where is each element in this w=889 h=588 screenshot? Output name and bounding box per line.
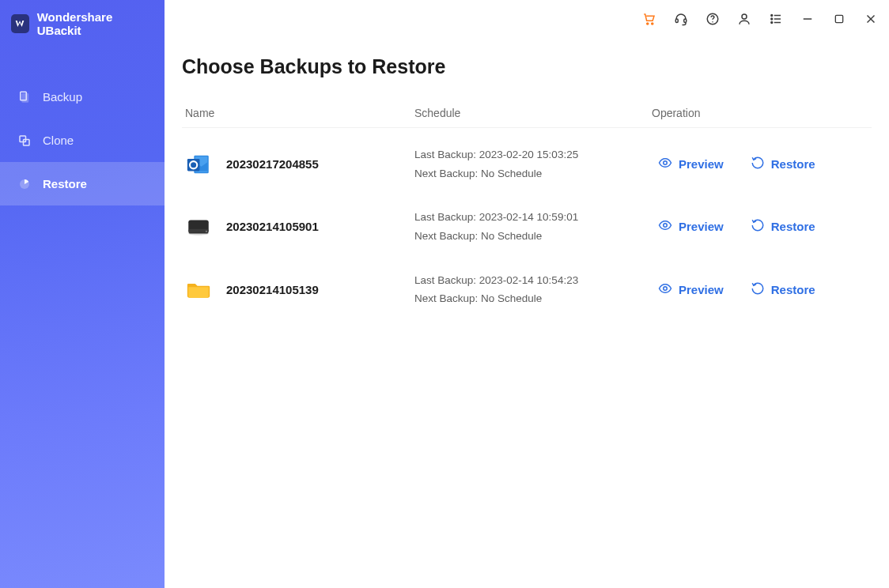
restore-icon [17, 177, 32, 191]
backup-name: 20230214105901 [226, 220, 319, 233]
name-cell: 20230214105139 [185, 276, 414, 303]
backup-name: 20230214105139 [226, 283, 319, 296]
schedule-cell: Last Backup: 2023-02-20 15:03:25Next Bac… [414, 145, 652, 183]
history-icon [751, 218, 765, 235]
operation-cell: Preview Restore [652, 281, 868, 298]
next-backup: Next Backup: No Schedule [414, 164, 652, 183]
disk-icon [185, 213, 212, 240]
maximize-icon[interactable] [832, 12, 846, 26]
schedule-cell: Last Backup: 2023-02-14 10:54:23Next Bac… [414, 271, 652, 308]
content: Choose Backups to Restore Name Schedule … [165, 32, 889, 321]
sidebar-item-clone[interactable]: Clone [0, 119, 165, 162]
history-icon [751, 281, 765, 298]
backup-list: 20230217204855Last Backup: 2023-02-20 15… [182, 133, 872, 321]
table-row: 20230214105901Last Backup: 2023-02-14 10… [182, 195, 872, 258]
sidebar-item-backup[interactable]: Backup [0, 75, 165, 119]
eye-icon [658, 218, 672, 235]
svg-point-6 [652, 23, 653, 24]
backup-name: 20230217204855 [226, 157, 319, 171]
col-name: Name [185, 107, 414, 119]
next-backup: Next Backup: No Schedule [414, 227, 652, 246]
restore-button[interactable]: Restore [751, 156, 815, 172]
last-backup: Last Backup: 2023-02-14 10:54:23 [414, 271, 652, 290]
preview-button[interactable]: Preview [658, 218, 724, 235]
page-title: Choose Backups to Restore [182, 55, 872, 78]
preview-button[interactable]: Preview [658, 281, 724, 298]
restore-label: Restore [771, 157, 815, 171]
svg-point-32 [664, 286, 668, 290]
close-icon[interactable] [864, 12, 878, 26]
restore-label: Restore [771, 220, 815, 233]
next-backup: Next Backup: No Schedule [414, 289, 652, 308]
svg-point-30 [206, 231, 207, 232]
list-header: Name Schedule Operation [182, 102, 872, 128]
restore-button[interactable]: Restore [751, 281, 815, 298]
table-row: 20230217204855Last Backup: 2023-02-20 15… [182, 133, 872, 195]
account-icon[interactable] [737, 12, 751, 26]
brand: Wondershare UBackit [0, 0, 165, 47]
operation-cell: Preview Restore [652, 218, 868, 235]
sidebar-item-label: Clone [43, 134, 74, 147]
operation-cell: Preview Restore [652, 156, 868, 172]
restore-label: Restore [771, 283, 815, 296]
svg-rect-1 [22, 93, 28, 102]
table-row: 20230214105139Last Backup: 2023-02-14 10… [182, 258, 872, 321]
app-logo-icon [11, 14, 29, 33]
schedule-cell: Last Backup: 2023-02-14 10:59:01Next Bac… [414, 208, 652, 245]
preview-label: Preview [679, 283, 724, 296]
main: Choose Backups to Restore Name Schedule … [165, 0, 889, 588]
svg-point-14 [771, 18, 773, 20]
svg-point-10 [712, 21, 713, 23]
name-cell: 20230217204855 [185, 151, 414, 178]
app-title: Wondershare UBackit [37, 10, 153, 37]
outlook-icon [185, 151, 212, 178]
svg-point-26 [664, 161, 668, 165]
support-icon[interactable] [674, 12, 688, 26]
col-operation: Operation [652, 107, 868, 119]
eye-icon [658, 281, 672, 298]
last-backup: Last Backup: 2023-02-14 10:59:01 [414, 208, 652, 227]
last-backup: Last Backup: 2023-02-20 15:03:25 [414, 145, 652, 164]
svg-rect-19 [835, 15, 842, 22]
sidebar-nav: Backup Clone Restore [0, 75, 165, 205]
col-schedule: Schedule [414, 107, 652, 119]
svg-point-11 [742, 14, 747, 19]
svg-rect-7 [675, 19, 678, 23]
backup-icon [17, 90, 32, 104]
svg-point-12 [771, 15, 773, 17]
svg-point-16 [771, 22, 773, 24]
svg-point-5 [647, 23, 649, 24]
help-icon[interactable] [706, 12, 720, 26]
history-icon [751, 156, 765, 172]
menu-icon[interactable] [769, 12, 783, 26]
cart-icon[interactable] [642, 12, 656, 26]
titlebar [165, 0, 889, 32]
minimize-icon[interactable] [800, 12, 815, 26]
sidebar: Wondershare UBackit Backup Clone Restore [0, 0, 165, 588]
sidebar-item-label: Restore [43, 177, 87, 190]
svg-point-29 [188, 232, 209, 235]
clone-icon [17, 134, 32, 148]
sidebar-item-label: Backup [43, 90, 82, 104]
sidebar-item-restore[interactable]: Restore [0, 162, 165, 205]
name-cell: 20230214105901 [185, 213, 414, 240]
preview-button[interactable]: Preview [658, 156, 724, 172]
folder-icon [185, 276, 212, 303]
svg-rect-8 [684, 19, 687, 23]
svg-point-31 [664, 224, 668, 228]
preview-label: Preview [679, 157, 724, 171]
preview-label: Preview [679, 220, 724, 233]
eye-icon [658, 156, 672, 172]
restore-button[interactable]: Restore [751, 218, 815, 235]
